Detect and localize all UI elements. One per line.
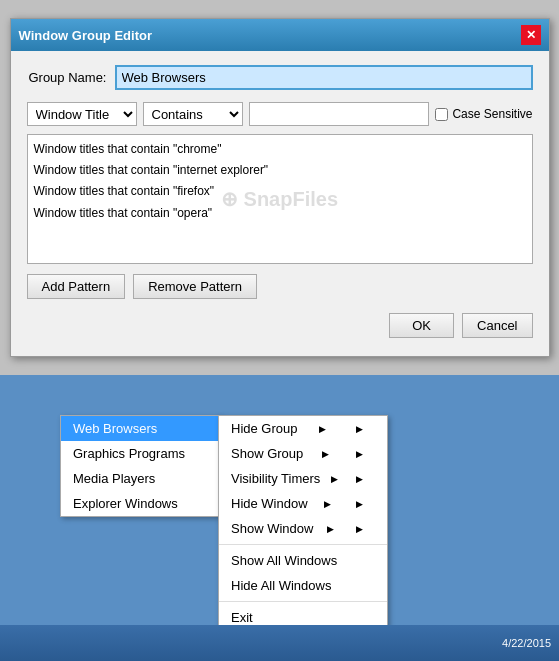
- case-sensitive-checkbox[interactable]: [435, 108, 448, 121]
- list-item: Window titles that contain "internet exp…: [32, 160, 528, 181]
- context-group-menu: Web Browsers Graphics Programs Media Pla…: [60, 415, 220, 517]
- chevron-right-icon: ▶: [319, 424, 326, 434]
- menu-item-hide-window[interactable]: Hide Window ▶: [219, 491, 387, 516]
- taskbar-clock: 4/22/2015: [502, 637, 551, 649]
- menu-item-show-window[interactable]: Show Window ▶: [219, 516, 387, 541]
- chevron-right-icon: ▶: [327, 524, 334, 534]
- menu-separator: [219, 544, 387, 545]
- menu-item-hide-group[interactable]: Hide Group ▶: [219, 416, 387, 441]
- dialog-wrapper: Window Group Editor ✕ Group Name: Window…: [0, 0, 559, 375]
- list-item: Window titles that contain "opera": [32, 203, 528, 224]
- filter-row: Window Title Process Name Class Name Con…: [27, 102, 533, 126]
- menu-separator: [219, 601, 387, 602]
- group-name-row: Group Name:: [27, 65, 533, 90]
- window-group-editor-dialog: Window Group Editor ✕ Group Name: Window…: [10, 18, 550, 357]
- menu-item-show-group[interactable]: Show Group ▶: [219, 441, 387, 466]
- menu-item-hide-all-windows[interactable]: Hide All Windows: [219, 573, 387, 598]
- group-name-input[interactable]: [115, 65, 533, 90]
- context-menu: Hide Group ▶ Show Group ▶ Visibility Tim…: [218, 415, 388, 631]
- filter-text-input[interactable]: [249, 102, 429, 126]
- group-name-label: Group Name:: [27, 70, 107, 85]
- add-pattern-button[interactable]: Add Pattern: [27, 274, 126, 299]
- menu-item-show-all-windows[interactable]: Show All Windows: [219, 548, 387, 573]
- cancel-button[interactable]: Cancel: [462, 313, 532, 338]
- case-sensitive-label: Case Sensitive: [435, 107, 532, 121]
- sidebar-item-web-browsers[interactable]: Web Browsers: [61, 416, 219, 441]
- pattern-list-container: Window titles that contain "chrome" Wind…: [27, 134, 533, 264]
- chevron-right-icon: ▶: [331, 474, 338, 484]
- ok-button[interactable]: OK: [389, 313, 454, 338]
- menu-item-visibility-timers[interactable]: Visibility Timers ▶: [219, 466, 387, 491]
- chevron-right-icon: ▶: [324, 499, 331, 509]
- filter-contains-select[interactable]: Contains Equals Starts With Ends With: [143, 102, 244, 126]
- dialog-body: Group Name: Window Title Process Name Cl…: [11, 51, 549, 356]
- list-item: Window titles that contain "firefox": [32, 181, 528, 202]
- close-button[interactable]: ✕: [521, 25, 541, 45]
- action-row: Add Pattern Remove Pattern: [27, 274, 533, 299]
- chevron-right-icon: ▶: [322, 449, 329, 459]
- sidebar-item-media-players[interactable]: Media Players: [61, 466, 219, 491]
- dialog-title: Window Group Editor: [19, 28, 152, 43]
- pattern-list[interactable]: Window titles that contain "chrome" Wind…: [27, 134, 533, 264]
- dialog-titlebar: Window Group Editor ✕: [11, 19, 549, 51]
- bottom-area: Web Browsers Graphics Programs Media Pla…: [0, 375, 559, 661]
- filter-type-select[interactable]: Window Title Process Name Class Name: [27, 102, 137, 126]
- sidebar-item-graphics-programs[interactable]: Graphics Programs: [61, 441, 219, 466]
- remove-pattern-button[interactable]: Remove Pattern: [133, 274, 257, 299]
- sidebar-item-explorer-windows[interactable]: Explorer Windows: [61, 491, 219, 516]
- taskbar: 4/22/2015: [0, 625, 559, 661]
- list-item: Window titles that contain "chrome": [32, 139, 528, 160]
- dialog-footer: OK Cancel: [27, 313, 533, 342]
